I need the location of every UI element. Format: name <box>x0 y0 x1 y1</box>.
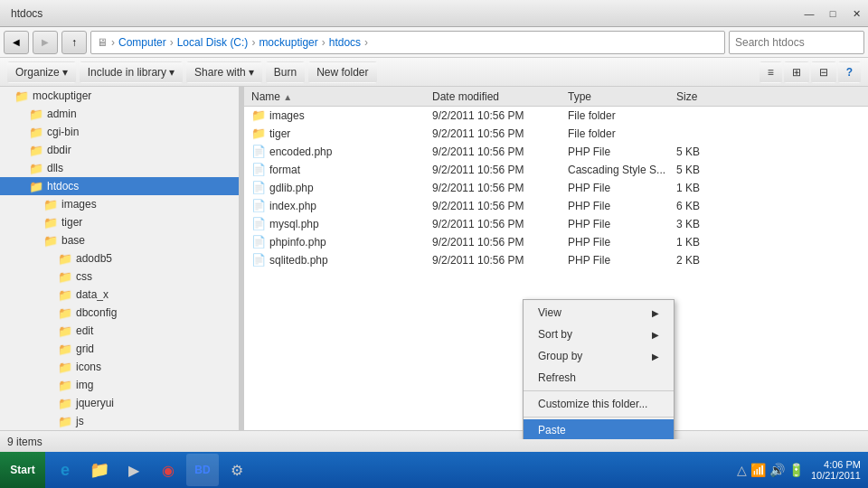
context-menu-item-paste[interactable]: Paste <box>524 419 674 439</box>
context-menu-label: View <box>538 306 561 319</box>
folder-icon: 📁 <box>251 127 266 140</box>
file-icon: 📄 <box>251 217 266 230</box>
sidebar-item-data_x[interactable]: 📁data_x <box>0 286 239 304</box>
sidebar-item-tiger[interactable]: 📁tiger <box>0 213 239 231</box>
folder-icon: 📁 <box>58 361 72 374</box>
toolbar: Organize ▾ Include in library ▾ Share wi… <box>0 58 868 87</box>
bc-computer[interactable]: Computer <box>118 36 166 49</box>
file-name-cell: 📄index.php <box>244 199 425 212</box>
search-input[interactable] <box>729 31 864 54</box>
table-row[interactable]: 📄mysql.php9/2/2011 10:56 PMPHP File3 KB <box>244 215 868 233</box>
sidebar-item-label: admin <box>47 108 77 120</box>
sidebar-item-edit[interactable]: 📁edit <box>0 322 239 340</box>
start-button[interactable]: Start <box>0 452 45 488</box>
bc-htdocs[interactable]: htdocs <box>329 36 361 49</box>
bc-mockuptiger[interactable]: mockuptiger <box>259 36 317 49</box>
file-type-cell: PHP File <box>561 254 669 267</box>
close-button[interactable]: ✕ <box>844 0 868 27</box>
file-name-label: index.php <box>269 200 316 212</box>
forward-button[interactable]: ▶ <box>33 31 58 54</box>
burn-button[interactable]: Burn <box>266 61 305 83</box>
organize-button[interactable]: Organize ▾ <box>7 61 76 83</box>
help-button[interactable]: ? <box>838 61 861 83</box>
chrome-taskbar-icon[interactable]: ◉ <box>152 454 184 486</box>
view-preview-button[interactable]: ⊟ <box>811 61 836 83</box>
sidebar-item-label: base <box>61 234 85 247</box>
folder-icon: 📁 <box>14 89 29 103</box>
context-menu-item-group-by[interactable]: Group by▶ <box>524 345 674 367</box>
folder-icon: 📁 <box>43 198 58 211</box>
file-name-label: mysql.php <box>269 218 319 230</box>
content-area: Name ▲ Date modified Type Size 📁images9/… <box>244 87 868 439</box>
new-folder-button[interactable]: New folder <box>308 61 376 83</box>
folder-taskbar-icon[interactable]: 📁 <box>83 454 116 486</box>
context-menu-item-sort-by[interactable]: Sort by▶ <box>524 324 674 345</box>
sidebar-item-htdocs[interactable]: 📁htdocs <box>0 177 239 195</box>
file-type-cell: PHP File <box>561 236 669 249</box>
tray-icons: △ 📶 🔊 🔋 <box>737 463 804 477</box>
file-name-cell: 📄gdlib.php <box>244 181 425 194</box>
sidebar-item-grid[interactable]: 📁grid <box>0 340 239 358</box>
folder-icon: 📁 <box>29 108 43 121</box>
sidebar-item-label: js <box>76 415 84 427</box>
sidebar-item-js[interactable]: 📁js <box>0 412 239 430</box>
file-type-cell: PHP File <box>561 145 669 158</box>
table-row[interactable]: 📁images9/2/2011 10:56 PMFile folder <box>244 107 868 125</box>
maximize-button[interactable]: □ <box>821 0 844 27</box>
sidebar-item-dbconfig[interactable]: 📁dbconfig <box>0 304 239 322</box>
col-header-name[interactable]: Name ▲ <box>244 90 425 103</box>
table-row[interactable]: 📁tiger9/2/2011 10:56 PMFile folder <box>244 125 868 143</box>
table-row[interactable]: 📄phpinfo.php9/2/2011 10:56 PMPHP File1 K… <box>244 233 868 251</box>
back-button[interactable]: ◀ <box>4 31 29 54</box>
sidebar-item-jqueryui[interactable]: 📁jqueryui <box>0 394 239 412</box>
sidebar-item-dbdir[interactable]: 📁dbdir <box>0 141 239 159</box>
sidebar-item-cgi-bin[interactable]: 📁cgi-bin <box>0 123 239 141</box>
media-taskbar-icon[interactable]: ▶ <box>118 454 150 486</box>
sidebar-item-css[interactable]: 📁css <box>0 267 239 286</box>
context-menu-item-customize-this-folder[interactable]: Customize this folder... <box>524 393 674 415</box>
col-header-size[interactable]: Size <box>669 90 741 103</box>
file-modified-cell: 9/2/2011 10:56 PM <box>425 200 561 212</box>
file-size-cell: 1 KB <box>669 236 741 249</box>
col-header-modified[interactable]: Date modified <box>425 90 561 103</box>
file-modified-cell: 9/2/2011 10:56 PM <box>425 236 561 249</box>
context-menu-label: Sort by <box>538 328 572 341</box>
sidebar-item-img[interactable]: 📁img <box>0 376 239 394</box>
sidebar-item-mockuptiger[interactable]: 📁mockuptiger <box>0 87 239 105</box>
sidebar-item-images[interactable]: 📁images <box>0 195 239 213</box>
settings-taskbar-icon[interactable]: ⚙ <box>221 454 253 486</box>
folder-icon: 📁 <box>58 252 72 266</box>
share-with-button[interactable]: Share with ▾ <box>186 61 262 83</box>
tray-datetime: 4:06 PM 10/21/2011 <box>811 459 861 481</box>
sidebar-item-icons[interactable]: 📁icons <box>0 358 239 376</box>
file-size-cell: 2 KB <box>669 254 741 267</box>
sidebar-item-base[interactable]: 📁base <box>0 231 239 249</box>
sidebar-item-adodb5[interactable]: 📁adodb5 <box>0 249 239 267</box>
table-row[interactable]: 📄format9/2/2011 10:56 PMCascading Style … <box>244 161 868 179</box>
status-items-count: 9 items <box>7 436 42 448</box>
col-header-type[interactable]: Type <box>561 90 669 103</box>
context-menu-item-refresh[interactable]: Refresh <box>524 367 674 389</box>
sidebar-item-label: css <box>76 270 92 283</box>
up-button[interactable]: ↑ <box>61 31 87 54</box>
bc-localdisk[interactable]: Local Disk (C:) <box>177 36 249 49</box>
taskbar: Start e 📁 ▶ ◉ BD ⚙ △ 📶 🔊 🔋 4:06 PM 10 <box>0 452 868 488</box>
context-menu-item-view[interactable]: View▶ <box>524 302 674 324</box>
table-row[interactable]: 📄sqlitedb.php9/2/2011 10:56 PMPHP File2 … <box>244 251 868 269</box>
folder-icon: 📁 <box>29 126 43 139</box>
table-row[interactable]: 📄encoded.php9/2/2011 10:56 PMPHP File5 K… <box>244 143 868 161</box>
folder-icon: 📁 <box>58 270 72 284</box>
view-details-button[interactable]: ≡ <box>760 61 782 83</box>
ie-taskbar-icon[interactable]: e <box>49 454 81 486</box>
file-type-cell: File folder <box>561 109 669 122</box>
include-in-library-button[interactable]: Include in library ▾ <box>80 61 183 83</box>
view-icons-button[interactable]: ⊞ <box>784 61 809 83</box>
file-icon: 📄 <box>251 235 266 249</box>
bd-taskbar-icon[interactable]: BD <box>186 454 219 486</box>
sidebar-item-admin[interactable]: 📁admin <box>0 105 239 123</box>
sidebar-item-label: tiger <box>61 216 82 229</box>
table-row[interactable]: 📄gdlib.php9/2/2011 10:56 PMPHP File1 KB <box>244 179 868 197</box>
minimize-button[interactable]: — <box>797 0 821 27</box>
sidebar-item-dlls[interactable]: 📁dlls <box>0 159 239 177</box>
table-row[interactable]: 📄index.php9/2/2011 10:56 PMPHP File6 KB <box>244 197 868 215</box>
